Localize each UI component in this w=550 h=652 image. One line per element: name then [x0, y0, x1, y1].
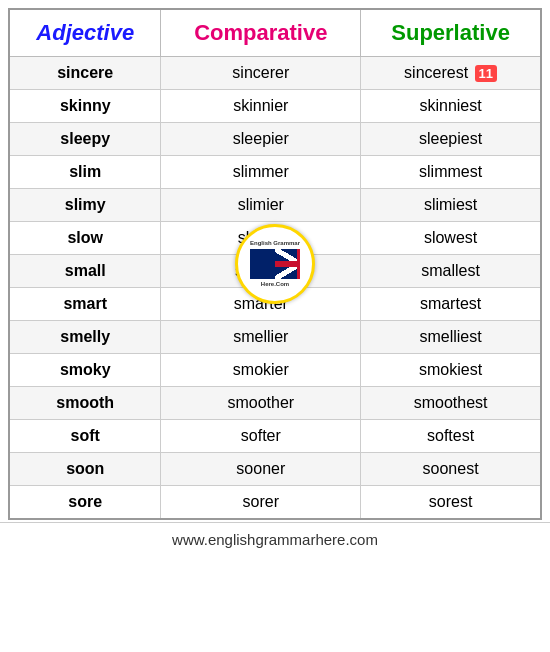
cell-superlative: smokiest	[361, 354, 541, 387]
cell-adjective: slimy	[9, 189, 161, 222]
table-row: smallsmallersmallest	[9, 255, 541, 288]
table-row: sleepysleepiersleepiest	[9, 123, 541, 156]
header-comparative: Comparative	[161, 9, 361, 57]
cell-comparative: smarter	[161, 288, 361, 321]
table-row: softsoftersoftest	[9, 420, 541, 453]
table-row: slimslimmerslimmest	[9, 156, 541, 189]
cell-superlative: sleepiest	[361, 123, 541, 156]
cell-superlative: soonest	[361, 453, 541, 486]
table-container: Adjective Comparative Superlative sincer…	[0, 0, 550, 520]
table-row: slimyslimierslimiest	[9, 189, 541, 222]
cell-superlative: smartest	[361, 288, 541, 321]
cell-comparative: skinnier	[161, 90, 361, 123]
cell-superlative: smoothest	[361, 387, 541, 420]
table-row: soresorersorest	[9, 486, 541, 520]
table-row: soonsoonersoonest	[9, 453, 541, 486]
header-adjective: Adjective	[9, 9, 161, 57]
cell-comparative: sorer	[161, 486, 361, 520]
table-row: skinnyskinnierskinniest	[9, 90, 541, 123]
cell-adjective: smoky	[9, 354, 161, 387]
cell-comparative: sooner	[161, 453, 361, 486]
cell-comparative: smaller	[161, 255, 361, 288]
cell-adjective: slim	[9, 156, 161, 189]
cell-adjective: soon	[9, 453, 161, 486]
table-wrapper: Adjective Comparative Superlative sincer…	[8, 8, 542, 520]
cell-adjective: slow	[9, 222, 161, 255]
cell-adjective: skinny	[9, 90, 161, 123]
table-row: smartsmartersmartest	[9, 288, 541, 321]
cell-superlative: softest	[361, 420, 541, 453]
table-row: sinceresincerersincerest 11	[9, 57, 541, 90]
badge: 11	[475, 65, 497, 82]
cell-superlative: slimmest	[361, 156, 541, 189]
cell-comparative: smoother	[161, 387, 361, 420]
cell-comparative: slimier	[161, 189, 361, 222]
table-row: smoothsmoothersmoothest	[9, 387, 541, 420]
footer-url: www.englishgrammarhere.com	[172, 531, 378, 548]
cell-comparative: smokier	[161, 354, 361, 387]
cell-adjective: smooth	[9, 387, 161, 420]
cell-comparative: softer	[161, 420, 361, 453]
cell-comparative: slimmer	[161, 156, 361, 189]
header-superlative: Superlative	[361, 9, 541, 57]
table-row: slowslowerslowest	[9, 222, 541, 255]
cell-comparative: slower	[161, 222, 361, 255]
cell-superlative: slowest	[361, 222, 541, 255]
cell-superlative: skinniest	[361, 90, 541, 123]
cell-superlative: sorest	[361, 486, 541, 520]
cell-adjective: sore	[9, 486, 161, 520]
table-row: smellysmelliersmelliest	[9, 321, 541, 354]
cell-comparative: sleepier	[161, 123, 361, 156]
footer: www.englishgrammarhere.com	[0, 522, 550, 556]
cell-superlative: smelliest	[361, 321, 541, 354]
cell-adjective: smelly	[9, 321, 161, 354]
cell-adjective: small	[9, 255, 161, 288]
cell-superlative: sincerest 11	[361, 57, 541, 90]
adjectives-table: Adjective Comparative Superlative sincer…	[8, 8, 542, 520]
cell-comparative: smellier	[161, 321, 361, 354]
cell-adjective: smart	[9, 288, 161, 321]
cell-adjective: sincere	[9, 57, 161, 90]
table-row: smokysmokiersmokiest	[9, 354, 541, 387]
cell-adjective: sleepy	[9, 123, 161, 156]
cell-comparative: sincerer	[161, 57, 361, 90]
cell-superlative: slimiest	[361, 189, 541, 222]
cell-superlative: smallest	[361, 255, 541, 288]
cell-adjective: soft	[9, 420, 161, 453]
